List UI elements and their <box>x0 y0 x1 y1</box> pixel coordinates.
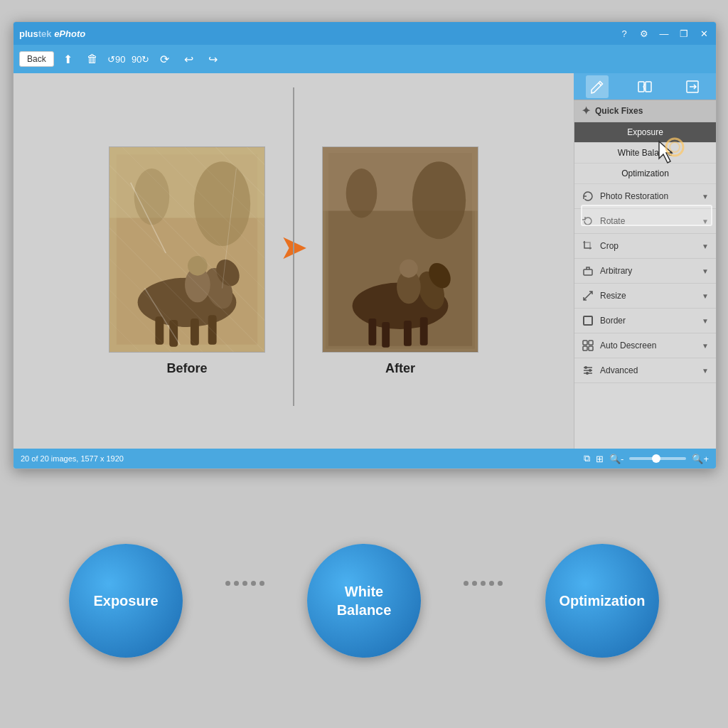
svg-point-40 <box>584 366 587 369</box>
panel-item-left: Arbitrary <box>582 264 632 277</box>
panel-item-label-resize: Resize <box>600 291 626 301</box>
svg-point-41 <box>589 369 592 372</box>
zoom-in-icon[interactable]: 🔍+ <box>692 454 709 464</box>
back-button[interactable]: Back <box>19 51 54 67</box>
dot <box>251 581 256 586</box>
quick-fixes-title: Quick Fixes <box>595 106 643 116</box>
panel-item-arbitrary[interactable]: Arbitrary ▼ <box>574 259 716 284</box>
logo-tek: tek <box>38 28 52 39</box>
optimization-circle-item: Optimization <box>545 544 659 658</box>
before-label: Before <box>166 361 207 376</box>
svg-rect-27 <box>382 322 390 348</box>
svg-line-17 <box>131 182 166 252</box>
close-button[interactable]: ✕ <box>697 28 710 39</box>
border-chevron: ▼ <box>702 317 709 325</box>
status-bar: 20 of 20 images, 1577 x 1920 ⧉ ⊞ 🔍- 🔍+ <box>14 449 716 469</box>
zoom-out-icon[interactable]: 🔍- <box>609 454 623 464</box>
panel-item-left: Border <box>582 314 626 327</box>
dot <box>225 581 230 586</box>
svg-point-33 <box>400 259 418 277</box>
after-label: After <box>385 361 415 376</box>
optimization-item[interactable]: Optimization <box>574 164 716 184</box>
app-window: plustek ePhoto ? ⚙ — ❐ ✕ Back ⬆ 🗑 ↺90 90… <box>13 21 717 469</box>
white-balance-item[interactable]: White Balance <box>574 143 716 164</box>
svg-rect-11 <box>191 318 199 346</box>
tab-export[interactable] <box>681 75 704 98</box>
svg-rect-4 <box>117 154 257 345</box>
after-side: After <box>322 146 478 376</box>
title-bar: plustek ePhoto ? ⚙ — ❐ ✕ <box>14 22 716 45</box>
dot <box>472 581 477 586</box>
white-balance-circle: WhiteBalance <box>307 544 421 658</box>
rotate-icon <box>582 215 594 228</box>
title-bar-right: ? ⚙ — ❐ ✕ <box>618 28 710 39</box>
app-logo: plustek ePhoto <box>19 28 85 39</box>
svg-rect-35 <box>584 316 592 325</box>
dots-connector-2 <box>464 581 503 586</box>
bottom-section: Exposure WhiteBalance Optimization <box>0 487 728 714</box>
svg-point-14 <box>212 255 245 290</box>
split-view-icon[interactable]: ⧉ <box>584 453 590 464</box>
svg-point-6 <box>194 161 250 246</box>
optimization-circle: Optimization <box>545 544 659 658</box>
panel-item-photo-restoration[interactable]: Photo Restoration ▼ <box>574 184 716 209</box>
tab-edit[interactable] <box>586 75 609 98</box>
svg-point-23 <box>412 161 466 239</box>
svg-rect-28 <box>404 321 412 346</box>
dot <box>242 581 247 586</box>
exposure-item[interactable]: Exposure <box>574 122 716 143</box>
right-panel: ✦ Quick Fixes Exposure White Balance Opt… <box>574 100 716 449</box>
advanced-chevron: ▼ <box>702 367 709 375</box>
minimize-button[interactable]: — <box>658 28 670 39</box>
border-icon <box>582 314 594 327</box>
delete-icon[interactable]: 🗑 <box>82 49 102 69</box>
panel-item-label-rotate: Rotate <box>600 216 625 226</box>
panel-item-label-auto-descreen: Auto Descreen <box>600 341 656 350</box>
rotate-chevron: ▼ <box>702 218 709 225</box>
panel-item-left: Advanced <box>582 364 638 377</box>
panel-item-left: Crop <box>582 240 619 252</box>
resize-icon <box>582 289 594 302</box>
svg-rect-34 <box>584 269 592 275</box>
rotate-ccw-icon[interactable]: ↺90 <box>107 49 127 69</box>
arbitrary-icon <box>582 264 594 277</box>
panel-item-auto-descreen[interactable]: Auto Descreen ▼ <box>574 333 716 358</box>
refresh-icon[interactable]: ⟳ <box>155 49 175 69</box>
redo-icon[interactable]: ↪ <box>203 49 223 69</box>
zoom-slider[interactable] <box>629 457 686 460</box>
svg-rect-10 <box>169 320 178 347</box>
after-photo <box>322 146 478 353</box>
svg-point-24 <box>346 168 378 218</box>
panel-item-label-crop: Crop <box>600 241 619 251</box>
svg-rect-39 <box>589 346 593 350</box>
svg-line-19 <box>145 288 181 344</box>
panel-item-resize[interactable]: Resize ▼ <box>574 284 716 309</box>
panel-item-label-photo-restoration: Photo Restoration <box>600 191 668 201</box>
zoom-thumb <box>652 454 660 463</box>
panel-item-crop[interactable]: Crop ▼ <box>574 234 716 259</box>
svg-rect-36 <box>583 341 587 345</box>
settings-button[interactable]: ⚙ <box>638 28 651 39</box>
restore-button[interactable]: ❐ <box>678 28 690 39</box>
photo-restoration-chevron: ▼ <box>702 193 709 200</box>
panel-item-border[interactable]: Border ▼ <box>574 309 716 333</box>
logo-ephoto: ePhoto <box>52 28 86 39</box>
panel-tabs <box>574 73 716 100</box>
auto-descreen-icon <box>582 339 594 352</box>
undo-icon[interactable]: ↩ <box>179 49 199 69</box>
tab-compare[interactable] <box>633 75 656 98</box>
exposure-circle-item: Exposure <box>69 544 183 658</box>
auto-descreen-chevron: ▼ <box>702 342 709 350</box>
exposure-circle: Exposure <box>69 544 183 658</box>
panel-item-left: Rotate <box>582 215 625 228</box>
panel-item-rotate[interactable]: Rotate ▼ <box>574 209 716 234</box>
svg-rect-1 <box>646 82 651 92</box>
rotate-cw-icon[interactable]: 90↻ <box>131 49 151 69</box>
upload-icon[interactable]: ⬆ <box>58 49 78 69</box>
grid-view-icon[interactable]: ⊞ <box>596 454 604 464</box>
help-button[interactable]: ? <box>618 28 631 39</box>
dot <box>259 581 264 586</box>
before-side: Before <box>109 146 265 376</box>
status-right: ⧉ ⊞ 🔍- 🔍+ <box>584 453 709 464</box>
panel-item-advanced[interactable]: Advanced ▼ <box>574 358 716 383</box>
